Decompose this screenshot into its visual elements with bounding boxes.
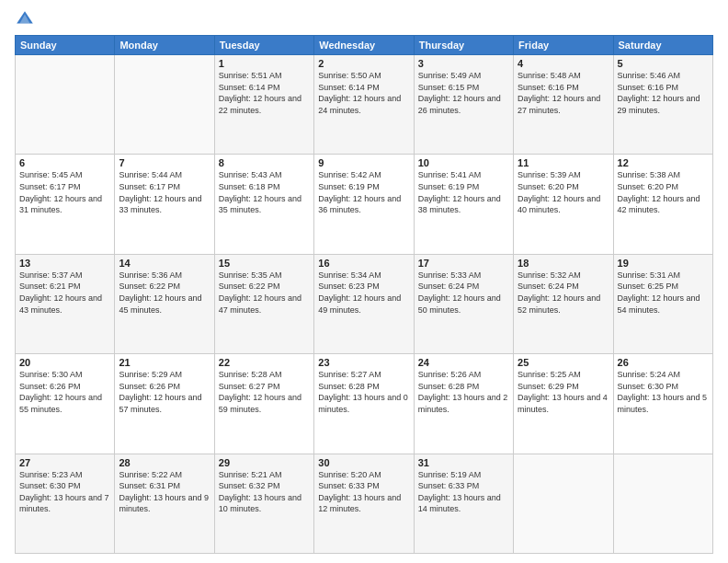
day-number: 22 [219,357,310,368]
day-number: 4 [518,58,609,69]
header-row: SundayMondayTuesdayWednesdayThursdayFrid… [16,36,713,55]
day-number: 17 [418,258,509,269]
col-header-friday: Friday [514,36,613,55]
week-row-5: 27Sunrise: 5:23 AM Sunset: 6:30 PM Dayli… [16,454,713,553]
day-cell [613,454,712,553]
calendar-table: SundayMondayTuesdayWednesdayThursdayFrid… [15,35,713,554]
col-header-wednesday: Wednesday [314,36,414,55]
day-detail: Sunrise: 5:30 AM Sunset: 6:26 PM Dayligh… [19,369,110,415]
day-detail: Sunrise: 5:34 AM Sunset: 6:23 PM Dayligh… [318,270,409,316]
day-cell: 19Sunrise: 5:31 AM Sunset: 6:25 PM Dayli… [613,254,712,353]
day-detail: Sunrise: 5:36 AM Sunset: 6:22 PM Dayligh… [119,270,210,316]
day-cell: 1Sunrise: 5:51 AM Sunset: 6:14 PM Daylig… [214,55,313,155]
day-cell: 2Sunrise: 5:50 AM Sunset: 6:14 PM Daylig… [314,55,414,155]
day-detail: Sunrise: 5:45 AM Sunset: 6:17 PM Dayligh… [19,169,110,215]
day-cell: 30Sunrise: 5:20 AM Sunset: 6:33 PM Dayli… [314,454,414,553]
day-cell: 4Sunrise: 5:48 AM Sunset: 6:16 PM Daylig… [514,55,613,155]
day-detail: Sunrise: 5:27 AM Sunset: 6:28 PM Dayligh… [318,369,409,415]
day-number: 2 [318,58,409,69]
day-number: 18 [518,258,609,269]
day-detail: Sunrise: 5:50 AM Sunset: 6:14 PM Dayligh… [318,70,409,116]
logo-icon [15,9,35,29]
day-detail: Sunrise: 5:35 AM Sunset: 6:22 PM Dayligh… [219,270,310,316]
day-cell: 15Sunrise: 5:35 AM Sunset: 6:22 PM Dayli… [214,254,313,353]
day-number: 15 [219,258,310,269]
week-row-3: 13Sunrise: 5:37 AM Sunset: 6:21 PM Dayli… [16,254,713,353]
day-cell: 22Sunrise: 5:28 AM Sunset: 6:27 PM Dayli… [214,354,313,454]
col-header-tuesday: Tuesday [214,36,313,55]
day-number: 16 [318,258,409,269]
day-detail: Sunrise: 5:38 AM Sunset: 6:20 PM Dayligh… [618,169,709,215]
day-number: 27 [19,457,110,468]
day-cell: 12Sunrise: 5:38 AM Sunset: 6:20 PM Dayli… [613,155,712,254]
page: SundayMondayTuesdayWednesdayThursdayFrid… [0,0,728,563]
day-number: 7 [119,157,210,168]
logo [15,9,39,29]
day-cell: 8Sunrise: 5:43 AM Sunset: 6:18 PM Daylig… [214,155,313,254]
day-detail: Sunrise: 5:37 AM Sunset: 6:21 PM Dayligh… [19,270,110,316]
col-header-saturday: Saturday [613,36,712,55]
day-cell: 26Sunrise: 5:24 AM Sunset: 6:30 PM Dayli… [613,354,712,454]
col-header-monday: Monday [115,36,214,55]
day-cell: 28Sunrise: 5:22 AM Sunset: 6:31 PM Dayli… [115,454,214,553]
day-detail: Sunrise: 5:44 AM Sunset: 6:17 PM Dayligh… [119,169,210,215]
day-cell [16,55,115,155]
day-number: 11 [518,157,609,168]
day-detail: Sunrise: 5:49 AM Sunset: 6:15 PM Dayligh… [418,70,509,116]
day-detail: Sunrise: 5:28 AM Sunset: 6:27 PM Dayligh… [219,369,310,415]
day-detail: Sunrise: 5:24 AM Sunset: 6:30 PM Dayligh… [618,369,709,415]
day-cell: 18Sunrise: 5:32 AM Sunset: 6:24 PM Dayli… [514,254,613,353]
day-detail: Sunrise: 5:29 AM Sunset: 6:26 PM Dayligh… [119,369,210,415]
day-number: 31 [418,457,509,468]
day-detail: Sunrise: 5:42 AM Sunset: 6:19 PM Dayligh… [318,169,409,215]
header [15,9,713,29]
day-cell [115,55,214,155]
day-number: 14 [119,258,210,269]
day-detail: Sunrise: 5:43 AM Sunset: 6:18 PM Dayligh… [219,169,310,215]
week-row-2: 6Sunrise: 5:45 AM Sunset: 6:17 PM Daylig… [16,155,713,254]
day-cell: 10Sunrise: 5:41 AM Sunset: 6:19 PM Dayli… [414,155,513,254]
day-detail: Sunrise: 5:39 AM Sunset: 6:20 PM Dayligh… [518,169,609,215]
day-cell: 24Sunrise: 5:26 AM Sunset: 6:28 PM Dayli… [414,354,513,454]
day-number: 19 [618,258,709,269]
day-cell: 9Sunrise: 5:42 AM Sunset: 6:19 PM Daylig… [314,155,414,254]
day-detail: Sunrise: 5:31 AM Sunset: 6:25 PM Dayligh… [618,270,709,316]
day-detail: Sunrise: 5:20 AM Sunset: 6:33 PM Dayligh… [318,469,409,515]
day-cell: 7Sunrise: 5:44 AM Sunset: 6:17 PM Daylig… [115,155,214,254]
day-detail: Sunrise: 5:46 AM Sunset: 6:16 PM Dayligh… [618,70,709,116]
day-number: 21 [119,357,210,368]
day-detail: Sunrise: 5:23 AM Sunset: 6:30 PM Dayligh… [19,469,110,515]
day-number: 3 [418,58,509,69]
day-cell: 17Sunrise: 5:33 AM Sunset: 6:24 PM Dayli… [414,254,513,353]
day-detail: Sunrise: 5:22 AM Sunset: 6:31 PM Dayligh… [119,469,210,515]
day-detail: Sunrise: 5:33 AM Sunset: 6:24 PM Dayligh… [418,270,509,316]
day-cell: 11Sunrise: 5:39 AM Sunset: 6:20 PM Dayli… [514,155,613,254]
day-cell: 29Sunrise: 5:21 AM Sunset: 6:32 PM Dayli… [214,454,313,553]
day-cell: 14Sunrise: 5:36 AM Sunset: 6:22 PM Dayli… [115,254,214,353]
day-number: 1 [219,58,310,69]
day-cell: 13Sunrise: 5:37 AM Sunset: 6:21 PM Dayli… [16,254,115,353]
day-cell: 16Sunrise: 5:34 AM Sunset: 6:23 PM Dayli… [314,254,414,353]
day-cell: 3Sunrise: 5:49 AM Sunset: 6:15 PM Daylig… [414,55,513,155]
day-detail: Sunrise: 5:25 AM Sunset: 6:29 PM Dayligh… [518,369,609,415]
day-detail: Sunrise: 5:48 AM Sunset: 6:16 PM Dayligh… [518,70,609,116]
day-cell [514,454,613,553]
day-cell: 23Sunrise: 5:27 AM Sunset: 6:28 PM Dayli… [314,354,414,454]
day-cell: 6Sunrise: 5:45 AM Sunset: 6:17 PM Daylig… [16,155,115,254]
day-number: 30 [318,457,409,468]
day-detail: Sunrise: 5:41 AM Sunset: 6:19 PM Dayligh… [418,169,509,215]
day-number: 23 [318,357,409,368]
day-detail: Sunrise: 5:32 AM Sunset: 6:24 PM Dayligh… [518,270,609,316]
day-number: 9 [318,157,409,168]
day-detail: Sunrise: 5:26 AM Sunset: 6:28 PM Dayligh… [418,369,509,415]
day-number: 6 [19,157,110,168]
day-number: 25 [518,357,609,368]
day-number: 13 [19,258,110,269]
day-cell: 31Sunrise: 5:19 AM Sunset: 6:33 PM Dayli… [414,454,513,553]
week-row-1: 1Sunrise: 5:51 AM Sunset: 6:14 PM Daylig… [16,55,713,155]
day-detail: Sunrise: 5:19 AM Sunset: 6:33 PM Dayligh… [418,469,509,515]
day-number: 26 [618,357,709,368]
day-cell: 25Sunrise: 5:25 AM Sunset: 6:29 PM Dayli… [514,354,613,454]
day-detail: Sunrise: 5:21 AM Sunset: 6:32 PM Dayligh… [219,469,310,515]
day-number: 29 [219,457,310,468]
